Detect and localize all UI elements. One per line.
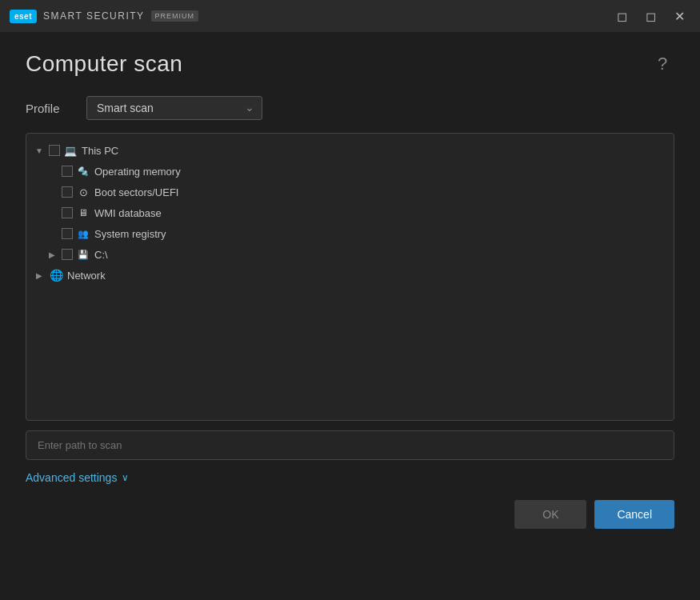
close-button[interactable]: ✕ [668, 5, 690, 27]
label-network: Network [67, 270, 106, 282]
label-operating-memory: Operating memory [94, 166, 181, 178]
icon-operating-memory: 🔩 [76, 164, 90, 178]
app-name: SMART SECURITY [43, 10, 145, 22]
tree-row-c-drive[interactable]: ▶ 💾 C:\ [26, 244, 674, 265]
tree-row-wmi-database[interactable]: ▶ 🖥 WMI database [26, 202, 674, 223]
profile-row: Profile Smart scan In-depth scan Custom … [26, 96, 674, 120]
checkbox-boot-sectors[interactable] [62, 186, 73, 198]
label-boot-sectors: Boot sectors/UEFI [94, 186, 178, 198]
tree-row-network[interactable]: ▶ 🌐 Network [26, 265, 674, 286]
label-this-pc: This PC [82, 145, 118, 157]
path-input-wrapper [26, 430, 674, 460]
checkbox-c-drive[interactable] [62, 249, 73, 260]
tree-container: ▼ 💻 This PC ▶ 🔩 Operating memory ▶ ⊙ Boo… [26, 133, 674, 421]
minimize-button[interactable]: ◻ [610, 5, 633, 27]
profile-select[interactable]: Smart scan In-depth scan Custom scan [86, 96, 262, 120]
icon-system-registry: 👥 [76, 226, 90, 241]
label-c-drive: C:\ [94, 249, 108, 261]
titlebar: eset SMART SECURITY PREMIUM ◻ ◻ ✕ [0, 0, 700, 32]
toggle-c-drive[interactable]: ▶ [46, 248, 58, 261]
footer-buttons: OK Cancel [26, 500, 674, 537]
help-button[interactable]: ? [650, 52, 674, 76]
profile-label: Profile [26, 102, 74, 115]
icon-this-pc: 💻 [63, 143, 78, 158]
checkbox-operating-memory[interactable] [62, 166, 73, 177]
tree-row-this-pc[interactable]: ▼ 💻 This PC [26, 140, 674, 161]
label-wmi-database: WMI database [94, 207, 162, 219]
window-controls: ◻ ◻ ✕ [610, 5, 690, 27]
app-logo: eset SMART SECURITY PREMIUM [10, 10, 198, 23]
profile-select-wrapper: Smart scan In-depth scan Custom scan [86, 96, 262, 120]
checkbox-wmi-database[interactable] [62, 207, 73, 218]
premium-badge: PREMIUM [151, 10, 199, 22]
path-input[interactable] [26, 430, 674, 460]
maximize-button[interactable]: ◻ [639, 5, 662, 27]
icon-boot-sectors: ⊙ [76, 185, 90, 199]
advanced-settings-label[interactable]: Advanced settings [26, 471, 117, 484]
checkbox-system-registry[interactable] [62, 228, 73, 239]
tree-row-operating-memory[interactable]: ▶ 🔩 Operating memory [26, 161, 674, 182]
tree-row-boot-sectors[interactable]: ▶ ⊙ Boot sectors/UEFI [26, 182, 674, 202]
chevron-down-icon: ∨ [122, 472, 129, 483]
checkbox-this-pc[interactable] [49, 145, 60, 156]
icon-wmi-database: 🖥 [76, 206, 90, 220]
toggle-this-pc[interactable]: ▼ [33, 144, 46, 157]
main-content: Computer scan ? Profile Smart scan In-de… [0, 32, 700, 600]
icon-network: 🌐 [49, 268, 63, 282]
cancel-button[interactable]: Cancel [594, 500, 674, 529]
label-system-registry: System registry [94, 228, 166, 240]
ok-button[interactable]: OK [514, 500, 586, 529]
page-header: Computer scan ? [26, 51, 674, 77]
eset-logo-text: eset [10, 10, 37, 23]
tree-row-system-registry[interactable]: ▶ 👥 System registry [26, 223, 674, 244]
advanced-settings-row[interactable]: Advanced settings ∨ [26, 471, 674, 484]
toggle-network[interactable]: ▶ [33, 269, 46, 282]
icon-c-drive: 💾 [76, 247, 90, 262]
page-title: Computer scan [26, 51, 182, 77]
